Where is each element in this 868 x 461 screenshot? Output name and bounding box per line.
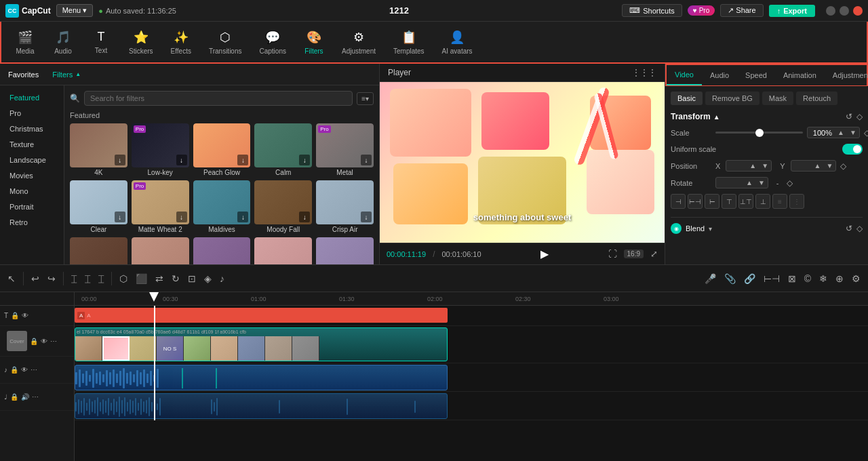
right-tab-audio[interactable]: Audio xyxy=(702,66,737,85)
sidebar-item-mono[interactable]: Mono xyxy=(3,184,61,199)
split-tool-3[interactable]: ⌶ xyxy=(96,271,106,286)
audio-1-more-icon[interactable]: ⋯ xyxy=(31,366,37,374)
toolbar-media[interactable]: 🎬Media xyxy=(7,27,43,58)
expand-button[interactable]: ⤢ xyxy=(650,249,658,259)
sidebar-item-portrait[interactable]: Portrait xyxy=(3,199,61,214)
clip-button[interactable]: 📎 xyxy=(722,271,738,286)
filter-card-4[interactable]: Pro ↓ Metal xyxy=(316,123,374,176)
menu-button[interactable]: Menu ▾ xyxy=(56,4,94,17)
filters-tab[interactable]: Filters ▲ xyxy=(47,64,86,85)
rotate-diamond-button[interactable]: ◇ xyxy=(787,178,793,188)
mic-button[interactable]: 🎤 xyxy=(703,271,718,286)
close-button[interactable] xyxy=(853,6,863,16)
share-button[interactable]: ↗ Share xyxy=(720,4,763,17)
distribute-h-button[interactable]: ≡ xyxy=(772,194,787,209)
player-menu-icon[interactable]: ⋮⋮⋮ xyxy=(632,68,656,77)
filter-card-2[interactable]: ↓ Peach Glow xyxy=(193,123,251,176)
sub-tab-retouch[interactable]: Retouch xyxy=(796,92,837,105)
crop-tool[interactable]: ⊡ xyxy=(186,271,198,286)
align-bottom-button[interactable]: ⊥ xyxy=(755,194,770,209)
toolbar-audio[interactable]: 🎵Audio xyxy=(45,27,81,58)
audio-clip-2[interactable] xyxy=(75,393,448,419)
maximize-button[interactable] xyxy=(840,6,849,16)
filter-card-6[interactable]: Pro ↓ Matte Wheat 2 xyxy=(132,180,189,233)
copy-button[interactable]: © xyxy=(802,271,813,286)
redo-button[interactable]: ↪ xyxy=(45,271,58,286)
sidebar-item-featured[interactable]: Featured xyxy=(3,90,61,105)
download-icon-6[interactable]: ↓ xyxy=(176,212,187,222)
search-input[interactable] xyxy=(84,91,353,106)
main-video-clip[interactable]: NO S el 17647 b dcc63c xyxy=(75,327,448,361)
scale-up-button[interactable]: ▲ xyxy=(835,127,847,138)
sidebar-item-pro[interactable]: Pro xyxy=(3,106,61,121)
delete-tool[interactable]: ⬡ xyxy=(117,271,130,286)
filter-card-13[interactable]: ↓ Filter 14 xyxy=(254,237,312,264)
scale-diamond-button[interactable]: ◇ xyxy=(864,128,868,138)
download-icon-8[interactable]: ↓ xyxy=(299,212,310,222)
filter-card-3[interactable]: ↓ Calm xyxy=(254,123,312,176)
audio-2-lock-icon[interactable]: 🔒 xyxy=(10,393,18,401)
favorites-tab[interactable]: Favorites xyxy=(0,64,47,85)
download-icon-5[interactable]: ↓ xyxy=(115,212,125,222)
align-center-h-button[interactable]: ⊢⊣ xyxy=(688,194,703,209)
diamond-button[interactable]: ◇ xyxy=(856,112,863,121)
pos-y-up[interactable]: ▲ xyxy=(812,161,824,171)
play-button[interactable]: ▶ xyxy=(540,247,549,260)
download-icon-9[interactable]: ↓ xyxy=(361,212,372,222)
scale-slider[interactable] xyxy=(715,132,803,134)
toolbar-filters[interactable]: 🎨Filters xyxy=(296,27,332,58)
right-tab-video[interactable]: Video xyxy=(667,65,702,85)
align-center-v-button[interactable]: ⊥⊤ xyxy=(738,194,753,209)
right-tab-adjustment[interactable]: Adjustment xyxy=(825,66,868,85)
toolbar-text[interactable]: TText xyxy=(83,27,119,57)
audio-1-lock-icon[interactable]: 🔒 xyxy=(10,366,18,374)
scale-down-button[interactable]: ▼ xyxy=(847,127,859,138)
audio-1-eye-icon[interactable]: 👁 xyxy=(21,366,28,374)
minimize-button[interactable] xyxy=(826,6,835,16)
filter-card-12[interactable]: ↓ Filter 13 xyxy=(193,237,251,264)
export-button[interactable]: ↑ Export xyxy=(769,5,815,17)
align-top-button[interactable]: ⊤ xyxy=(722,194,736,209)
blend-arrow-icon[interactable]: ▾ xyxy=(709,225,712,233)
download-icon-2[interactable]: ↓ xyxy=(237,155,248,165)
distribute-v-button[interactable]: ⋮ xyxy=(789,194,804,209)
position-diamond-button[interactable]: ◇ xyxy=(840,161,846,171)
pos-x-up[interactable]: ▲ xyxy=(747,161,759,171)
download-icon-4[interactable]: ↓ xyxy=(361,155,372,165)
shortcuts-button[interactable]: ⌨ Shortcuts xyxy=(622,4,682,17)
detach-button[interactable]: ⊠ xyxy=(786,271,798,286)
sub-tab-basic[interactable]: Basic xyxy=(671,92,703,105)
toolbar-ai_avatars[interactable]: 👤AI avatars xyxy=(434,27,481,58)
audio-2-vol-icon[interactable]: 🔊 xyxy=(21,393,29,401)
align-right-button[interactable]: ⊢ xyxy=(705,194,719,209)
pos-x-down[interactable]: ▼ xyxy=(759,161,771,171)
sub-tab-remove-bg[interactable]: Remove BG xyxy=(705,92,760,105)
right-tab-speed[interactable]: Speed xyxy=(737,66,775,85)
filter-sort-button[interactable]: ≡▾ xyxy=(357,92,374,105)
filter-card-5[interactable]: ↓ Clear xyxy=(70,180,127,233)
split-tool-1[interactable]: ⌶ xyxy=(69,271,79,286)
undo-button[interactable]: ↩ xyxy=(29,271,41,286)
split-clips-button[interactable]: ⊢⊣ xyxy=(762,271,782,286)
sidebar-item-retro[interactable]: Retro xyxy=(3,215,61,230)
mask-tool[interactable]: ⬛ xyxy=(134,271,149,286)
audio-tool[interactable]: ♪ xyxy=(218,271,226,286)
text-clip[interactable]: A A xyxy=(75,308,448,323)
main-track-eye-icon[interactable]: 👁 xyxy=(41,338,47,345)
filter-card-11[interactable]: ↓ Filter 12 xyxy=(132,237,189,264)
blend-diamond-button[interactable]: ◇ xyxy=(856,224,863,233)
right-tab-animation[interactable]: Animation xyxy=(775,66,825,85)
filter-card-9[interactable]: ↓ Crisp Air xyxy=(316,180,374,233)
filter-card-1[interactable]: Pro ↓ Low-key xyxy=(132,123,189,176)
rotate-input[interactable]: 0.0° xyxy=(716,179,743,187)
text-track-lock-icon[interactable]: 🔒 xyxy=(11,312,19,319)
link-button[interactable]: 🔗 xyxy=(742,271,757,286)
filter-card-0[interactable]: ↓ 4K xyxy=(70,123,127,176)
filter-card-8[interactable]: ↓ Moody Fall xyxy=(254,180,312,233)
toolbar-templates[interactable]: 📋Templates xyxy=(385,27,433,58)
more-button[interactable]: ⊕ xyxy=(833,271,846,286)
freeze-button[interactable]: ❄ xyxy=(817,271,829,286)
sidebar-item-christmas[interactable]: Christmas xyxy=(3,121,61,136)
filter-card-14[interactable]: ↓ Filter 15 xyxy=(316,237,374,264)
toolbar-stickers[interactable]: ⭐Stickers xyxy=(121,27,161,58)
